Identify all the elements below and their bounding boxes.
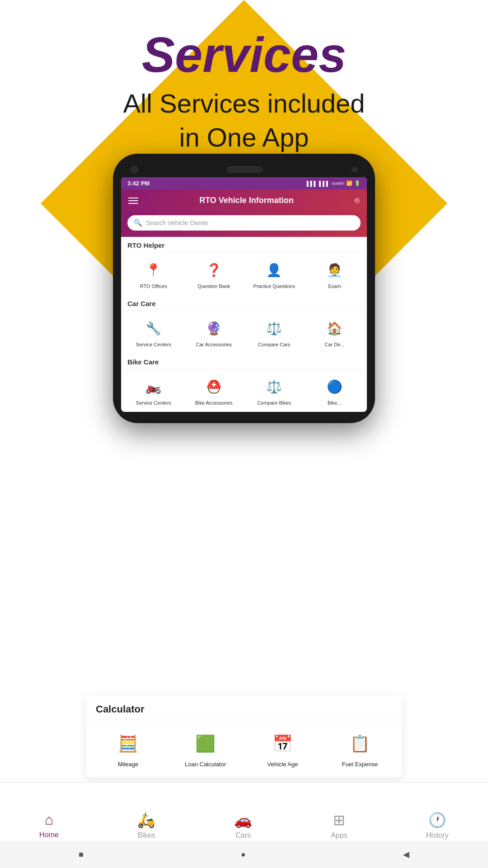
- exam-label: Exam: [328, 283, 341, 289]
- car-care-section-header: Car Care: [121, 295, 367, 311]
- bike-accessories-label: Bike Accessories: [195, 400, 233, 406]
- fuel-expense-item[interactable]: 📋 Fuel Expense: [322, 727, 398, 770]
- app-header: RTO Vehicle Information ⎋: [121, 189, 367, 212]
- mileage-item[interactable]: 🧮 Mileage: [90, 727, 166, 770]
- phone-screen: 3:42 PM ▌▌▌ ▌▌▌ VoWiFi 📶 🔋 RTO Vehicle I…: [121, 177, 367, 412]
- car-dealers-item[interactable]: 🏠 Car De...: [305, 316, 365, 349]
- compare-bikes-item[interactable]: ⚖️ Compare Bikes: [244, 374, 304, 407]
- car-accessories-label: Car Accessories: [196, 342, 232, 347]
- mileage-label: Mileage: [118, 761, 139, 768]
- rto-offices-item[interactable]: 📍 RTO Offices: [124, 257, 183, 291]
- bike-care-items: 🏍️ Service Centers ⛑️ Bike Accessories ⚖…: [121, 369, 367, 412]
- bikes-icon: 🛵: [137, 811, 155, 829]
- car-service-centers-item[interactable]: 🔧 Service Centers: [124, 316, 183, 349]
- bike-extra-item[interactable]: 🔵 Bike...: [305, 374, 365, 407]
- bike-service-label: Service Centers: [136, 400, 171, 406]
- car-accessories-icon: 🔮: [203, 317, 225, 339]
- compare-bikes-icon: ⚖️: [263, 376, 285, 397]
- cars-nav-label: Cars: [235, 831, 251, 840]
- status-time: 3:42 PM: [127, 180, 150, 187]
- calculator-title: Calculator: [96, 703, 145, 715]
- compare-bikes-label: Compare Bikes: [257, 400, 291, 406]
- loan-calculator-item[interactable]: 🟩 Loan Calculator: [168, 727, 243, 770]
- apps-nav-label: Apps: [331, 831, 347, 840]
- status-bar: 3:42 PM ▌▌▌ ▌▌▌ VoWiFi 📶 🔋: [121, 177, 367, 189]
- menu-button[interactable]: [128, 198, 138, 204]
- history-nav-label: History: [426, 831, 449, 840]
- home-nav-label: Home: [39, 831, 59, 839]
- compare-cars-label: Compare Cars: [258, 342, 291, 347]
- bike-accessories-item[interactable]: ⛑️ Bike Accessories: [184, 374, 244, 407]
- compare-cars-item[interactable]: ⚖️ Compare Cars: [244, 316, 304, 349]
- car-accessories-item[interactable]: 🔮 Car Accessories: [184, 316, 244, 349]
- practice-questions-item[interactable]: 👤 Practice Questions: [244, 257, 304, 291]
- android-navigation: ■ ● ◀: [0, 841, 488, 868]
- rto-offices-icon: 📍: [143, 259, 164, 281]
- car-care-items: 🔧 Service Centers 🔮 Car Accessories ⚖️ C…: [121, 311, 367, 354]
- page-title: Services: [0, 27, 488, 82]
- nav-history[interactable]: 🕐 History: [417, 807, 458, 844]
- bike-care-section-header: Bike Care: [121, 354, 367, 369]
- fuel-expense-label: Fuel Expense: [342, 761, 378, 768]
- vowifi-label: VoWiFi: [331, 181, 344, 186]
- phone-top-bar: [121, 162, 367, 177]
- phone-outer: 3:42 PM ▌▌▌ ▌▌▌ VoWiFi 📶 🔋 RTO Vehicle I…: [113, 154, 375, 423]
- bike-service-icon: 🏍️: [143, 376, 164, 397]
- search-bar[interactable]: 🔍 Search Vehicle Owner: [127, 215, 361, 231]
- fuel-expense-icon: 📋: [347, 730, 374, 757]
- nav-apps[interactable]: ⊞ Apps: [322, 807, 356, 844]
- search-container: 🔍 Search Vehicle Owner: [121, 212, 367, 237]
- calculator-section-header: Calculator: [86, 695, 402, 720]
- phone-speaker: [227, 166, 263, 173]
- exam-item[interactable]: 🧑‍💼 Exam: [305, 257, 365, 291]
- rto-helper-title: RTO Helper: [127, 241, 164, 249]
- bikes-nav-label: Bikes: [137, 831, 155, 840]
- top-section: Services All Services includedin One App: [0, 0, 488, 155]
- calculator-section: Calculator 🧮 Mileage 🟩 Loan Calculator 📅…: [86, 695, 402, 778]
- menu-line-3: [128, 203, 138, 204]
- front-camera: [130, 165, 138, 174]
- bike-extra-icon: 🔵: [324, 376, 345, 397]
- search-placeholder: Search Vehicle Owner: [146, 219, 209, 226]
- phone-sensor: [352, 166, 358, 173]
- battery-icon: 🔋: [354, 180, 361, 186]
- nav-home[interactable]: ⌂ Home: [30, 807, 68, 844]
- history-icon: 🕐: [428, 811, 446, 829]
- apps-icon: ⊞: [333, 811, 345, 829]
- car-care-title: Car Care: [127, 300, 156, 307]
- home-icon: ⌂: [45, 811, 53, 828]
- rto-helper-items: 📍 RTO Offices ❓ Question Bank 👤 Practice…: [121, 253, 367, 295]
- app-title: RTO Vehicle Information: [199, 196, 294, 205]
- nav-cars[interactable]: 🚗 Cars: [225, 807, 261, 844]
- bike-extra-label: Bike...: [328, 400, 342, 406]
- practice-questions-label: Practice Questions: [253, 283, 295, 289]
- question-bank-label: Question Bank: [197, 283, 230, 289]
- menu-line-1: [128, 198, 138, 198]
- mileage-icon: 🧮: [115, 730, 142, 757]
- loan-calculator-label: Loan Calculator: [185, 761, 226, 768]
- bike-service-centers-item[interactable]: 🏍️ Service Centers: [124, 374, 183, 407]
- bike-care-title: Bike Care: [127, 358, 159, 366]
- vehicle-age-label: Vehicle Age: [267, 761, 298, 768]
- home-button[interactable]: ●: [241, 850, 246, 859]
- back-button[interactable]: ◀: [403, 849, 409, 859]
- status-icons: ▌▌▌ ▌▌▌ VoWiFi 📶 🔋: [307, 180, 361, 186]
- menu-line-2: [128, 200, 138, 201]
- recent-apps-button[interactable]: ■: [79, 850, 84, 859]
- share-button[interactable]: ⎋: [355, 196, 360, 205]
- page-subtitle: All Services includedin One App: [0, 86, 488, 155]
- nav-bikes[interactable]: 🛵 Bikes: [128, 807, 164, 844]
- calculator-items: 🧮 Mileage 🟩 Loan Calculator 📅 Vehicle Ag…: [86, 720, 402, 778]
- signal2-icon: ▌▌▌: [319, 181, 329, 186]
- car-dealers-label: Car De...: [324, 342, 344, 347]
- vehicle-age-item[interactable]: 📅 Vehicle Age: [245, 727, 320, 770]
- question-bank-icon: ❓: [203, 259, 225, 281]
- question-bank-item[interactable]: ❓ Question Bank: [184, 257, 244, 291]
- search-icon: 🔍: [134, 219, 142, 227]
- bike-accessories-icon: ⛑️: [203, 376, 225, 397]
- rto-helper-section-header: RTO Helper: [121, 237, 367, 253]
- car-service-label: Service Centers: [136, 342, 171, 347]
- phone-mockup: 3:42 PM ▌▌▌ ▌▌▌ VoWiFi 📶 🔋 RTO Vehicle I…: [113, 154, 375, 423]
- car-service-icon: 🔧: [143, 317, 164, 339]
- cars-icon: 🚗: [234, 811, 252, 829]
